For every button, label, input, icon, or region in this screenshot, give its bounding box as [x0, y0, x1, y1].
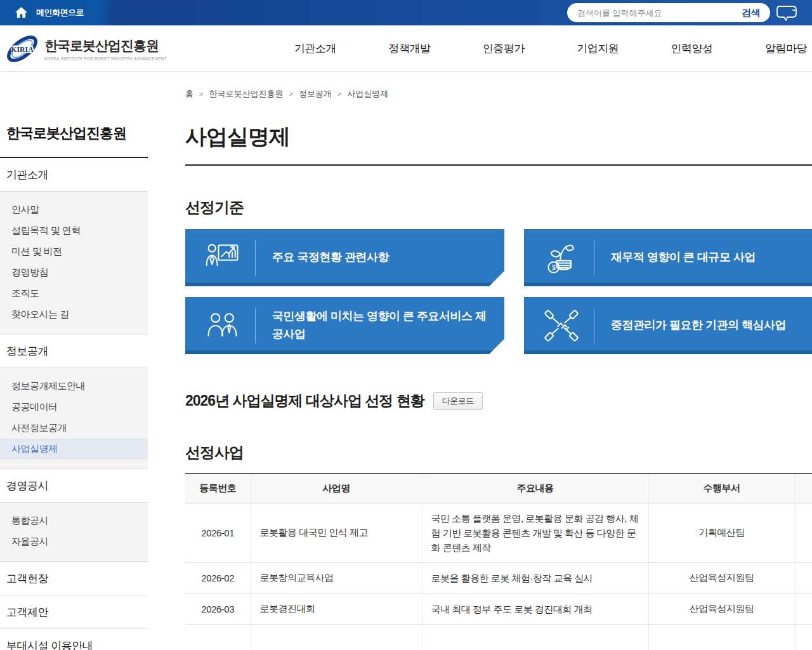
project-name-cell: 로봇창의교육사업	[251, 563, 422, 594]
criteria-card: $재무적 영향이 큰 대규모 사업	[524, 229, 812, 286]
table-row: 2026-02로봇창의교육사업로봇을 활용한 로봇 체험·창작 교육 실시산업육…	[185, 563, 812, 594]
sidebar-item[interactable]: 통합공시	[0, 510, 148, 531]
table-row: 2026-01로봇활용 대국민 인식 제고국민 소통 플랫폼 운영, 로봇활용 …	[185, 503, 812, 563]
main-nav: 기관소개정책개발인증평가기업지원인력양성알림마당	[273, 25, 812, 72]
project-name-cell: 로봇활용 대국민 인식 제고	[251, 503, 422, 563]
svg-text:$: $	[552, 264, 556, 271]
home-button-label: 메인화면으로	[36, 7, 84, 18]
table-header-cell: 등록번호	[185, 474, 251, 503]
main-nav-item[interactable]: 기관소개	[294, 41, 336, 56]
main-nav-item[interactable]: 인력양성	[671, 41, 713, 56]
project-dept-cell: 기획예산팀	[648, 503, 795, 563]
project-dept-cell: 기획예산팀	[648, 624, 795, 650]
breadcrumb-item[interactable]: 한국로봇산업진흥원	[209, 88, 283, 100]
sidebar-item[interactable]: 설립목적 및 연혁	[0, 220, 148, 241]
project-number-link[interactable]: 2026-01	[185, 503, 251, 563]
logo-title: 한국로봇산업진흥원	[44, 37, 167, 55]
project-extra-cell	[795, 594, 812, 624]
project-extra-cell	[795, 563, 812, 594]
sidebar-item[interactable]: 사전정보공개	[0, 418, 148, 439]
sidebar-section-label[interactable]: 고객헌장	[0, 562, 148, 595]
selected-projects-table: 등록번호사업명주요내용수행부서 2026-01로봇활용 대국민 인식 제고국민 …	[185, 473, 812, 650]
project-dept-cell: 산업육성지원팀	[648, 594, 795, 624]
project-name-cell: 로봇경진대회	[251, 594, 422, 624]
project-desc-cell: 해외시장 진출지원 및 해외진출 기반조성 등 국내 로봇 기업들의 수출 역량…	[422, 624, 648, 650]
sidebar-item[interactable]: 경영방침	[0, 262, 148, 283]
table-header-cell: 사업명	[251, 474, 422, 503]
logo-subtitle: KOREA INSTITUTE FOR ROBOT INDUSTRY ADVAN…	[44, 56, 167, 61]
sidebar-item[interactable]: 조직도	[0, 283, 148, 304]
project-name-cell: 로봇산업 글로벌화	[251, 624, 422, 650]
status-heading: 2026년 사업실명제 대상사업 선정 현황	[185, 391, 424, 411]
project-number-link[interactable]: 2026-02	[185, 563, 251, 594]
table-row: 2026-04로봇산업 글로벌화해외시장 진출지원 및 해외진출 기반조성 등 …	[185, 624, 812, 650]
table-header-cell: 수행부서	[648, 474, 795, 503]
criteria-card-text: 주요 국정현황 관련사항	[272, 249, 389, 267]
sidebar-item[interactable]: 공공데이터	[0, 397, 148, 418]
project-desc-cell: 국민 소통 플랫폼 운영, 로봇활용 문화 공감 행사, 체험 기반 로봇활용 …	[422, 503, 648, 563]
table-header-row: 등록번호사업명주요내용수행부서	[185, 474, 812, 503]
sidebar-section-label[interactable]: 부대시설 이용안내	[0, 629, 148, 650]
main-nav-item[interactable]: 인증평가	[483, 41, 525, 56]
sidebar-section-items: 인사말설립목적 및 연혁미션 및 비전경영방침조직도찾아오시는 길	[0, 192, 148, 335]
criteria-cards: 주요 국정현황 관련사항$재무적 영향이 큰 대규모 사업국민생활에 미치는 영…	[185, 229, 812, 354]
sidebar-item[interactable]: 인사말	[0, 199, 148, 220]
criteria-card: 중점관리가 필요한 기관의 핵심사업	[524, 297, 812, 354]
sidebar-item[interactable]: 정보공개제도안내	[0, 376, 148, 397]
presentation-chart-icon	[203, 238, 242, 277]
download-button[interactable]: 다운로드	[433, 392, 483, 410]
speech-bubble-icon[interactable]	[775, 4, 798, 22]
project-desc-cell: 로봇을 활용한 로봇 체험·창작 교육 실시	[422, 563, 648, 594]
sidebar-section-items: 통합공시자율공시	[0, 503, 148, 562]
main-nav-item[interactable]: 정책개발	[388, 41, 430, 56]
site-logo[interactable]: KIRIA 한국로봇산업진흥원 KOREA INSTITUTE FOR ROBO…	[4, 30, 167, 67]
search-input[interactable]	[577, 8, 742, 18]
sidebar-item[interactable]: 미션 및 비전	[0, 241, 148, 262]
project-number-link[interactable]: 2026-04	[185, 624, 251, 650]
main-content: 홈>한국로봇산업진흥원>정보공개>사업실명제 사업실명제 선정기준 주요 국정현…	[185, 88, 812, 650]
card-divider	[594, 308, 594, 343]
project-number-link[interactable]: 2026-03	[185, 594, 251, 624]
project-extra-cell	[795, 503, 812, 563]
criteria-card-text: 재무적 영향이 큰 대규모 사업	[611, 249, 756, 267]
people-icon	[203, 306, 242, 345]
table-header-cell: 주요내용	[422, 474, 648, 503]
table-row: 2026-03로봇경진대회국내 최대 정부 주도 로봇 경진대회 개최산업육성지…	[185, 594, 812, 624]
criteria-card-text: 국민생활에 미치는 영향이 큰 주요서비스 제공사업	[272, 308, 488, 343]
breadcrumb-separator: >	[289, 90, 292, 98]
sidebar-item[interactable]: 찾아오시는 길	[0, 304, 148, 325]
sidebar-section-label[interactable]: 경영공시	[0, 469, 148, 503]
table-header-cell	[795, 474, 812, 503]
selected-heading: 선정사업	[185, 442, 812, 463]
project-dept-cell: 산업육성지원팀	[648, 563, 795, 594]
main-nav-item[interactable]: 알림마당	[765, 41, 807, 56]
site-header: KIRIA 한국로봇산업진흥원 KOREA INSTITUTE FOR ROBO…	[0, 25, 812, 72]
card-divider	[255, 240, 256, 275]
breadcrumb-item[interactable]: 홈	[185, 88, 193, 100]
sidebar-title: 한국로봇산업진흥원	[0, 123, 148, 158]
home-icon	[15, 7, 27, 18]
handshake-icon	[542, 306, 581, 345]
search-button[interactable]: 검색	[742, 7, 760, 19]
breadcrumb: 홈>한국로봇산업진흥원>정보공개>사업실명제	[185, 88, 812, 100]
criteria-card: 주요 국정현황 관련사항	[185, 229, 504, 286]
sidebar-section-label[interactable]: 정보공개	[0, 335, 148, 368]
breadcrumb-item[interactable]: 사업실명제	[347, 88, 388, 100]
page-title: 사업실명제	[185, 123, 812, 166]
home-button[interactable]: 메인화면으로	[0, 0, 112, 25]
criteria-card-text: 중점관리가 필요한 기관의 핵심사업	[611, 317, 786, 335]
card-divider	[255, 308, 256, 343]
criteria-heading: 선정기준	[185, 197, 812, 218]
breadcrumb-item[interactable]: 정보공개	[299, 88, 332, 100]
card-divider	[594, 240, 594, 275]
main-nav-item[interactable]: 기업지원	[577, 41, 619, 56]
sidebar-section-items: 정보공개제도안내공공데이터사전정보공개사업실명제	[0, 368, 148, 469]
sidebar-item[interactable]: 자율공시	[0, 531, 148, 552]
sidebar-section-label[interactable]: 기관소개	[0, 158, 148, 192]
sidebar: 한국로봇산업진흥원 기관소개인사말설립목적 및 연혁미션 및 비전경영방침조직도…	[0, 123, 148, 650]
sidebar-section-label[interactable]: 고객제안	[0, 595, 148, 629]
criteria-card: 국민생활에 미치는 영향이 큰 주요서비스 제공사업	[185, 297, 504, 354]
sidebar-item[interactable]: 사업실명제	[0, 439, 148, 460]
svg-text:KIRIA: KIRIA	[11, 46, 34, 54]
breadcrumb-separator: >	[337, 90, 341, 98]
